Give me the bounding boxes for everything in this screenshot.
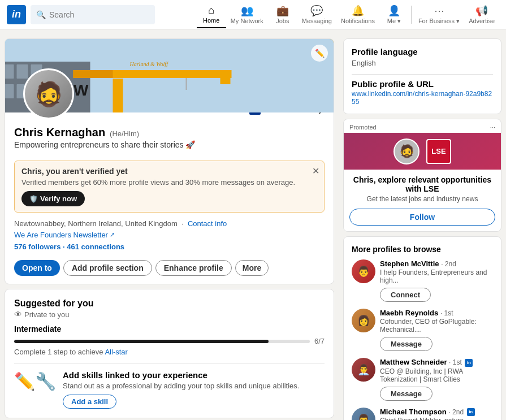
profile-info: Chris Kernaghan (He/Him) Empowering entr… bbox=[5, 119, 334, 156]
messaging-icon: 💬 bbox=[310, 5, 323, 17]
business-icon: ⋯ bbox=[434, 5, 444, 17]
browse-desc-1: Cofounder, CEO of GoPlugable: Mechanical… bbox=[380, 318, 493, 334]
browse-name-3[interactable]: Michael Thompson · 2nd in bbox=[380, 408, 493, 417]
profile-headline: Empowering entrepreneurs to share their … bbox=[14, 140, 325, 149]
progress-bar-fill bbox=[14, 340, 269, 343]
skills-title: Add skills linked to your experience bbox=[63, 370, 325, 380]
browse-action-0[interactable]: Connect bbox=[380, 288, 431, 302]
promo-card: Promoted ··· 🧔 LSE Chris, explore releva… bbox=[343, 119, 501, 232]
browse-avatar-3[interactable]: 👨 bbox=[352, 408, 375, 420]
browse-name-0[interactable]: Stephen McVittie · 2nd bbox=[380, 259, 493, 268]
list-item: 👨 Michael Thompson · 2nd in Chief Biscui… bbox=[352, 408, 493, 420]
list-item: 👨 Stephen McVittie · 2nd I help Founders… bbox=[352, 259, 493, 302]
nav-advertise[interactable]: 📢 Advertise bbox=[464, 1, 499, 28]
progress-row: 6/7 bbox=[14, 337, 325, 345]
profile-language-card: Profile language English Public profile … bbox=[343, 38, 501, 114]
browse-desc-2: CEO @ Building, Inc | RWA Tokenization |… bbox=[380, 367, 493, 383]
profile-avatar[interactable]: 🧔 bbox=[23, 68, 74, 119]
nav-jobs[interactable]: 💼 Jobs bbox=[268, 1, 297, 28]
nav-me[interactable]: 👤 Me ▾ bbox=[379, 1, 409, 28]
browse-info-1: Maebh Reynolds · 1st Cofounder, CEO of G… bbox=[380, 309, 493, 334]
profile-pronouns: (He/Him) bbox=[110, 129, 139, 138]
verify-desc: Verified members get 60% more profile vi… bbox=[21, 178, 317, 187]
skills-icon: ✏️🔧 bbox=[14, 371, 56, 391]
profile-card: H&W Harland & Wolff ✏️ bbox=[5, 38, 334, 284]
browse-name-1[interactable]: Maebh Reynolds · 1st bbox=[380, 309, 493, 317]
svg-text:Harland & Wolff: Harland & Wolff bbox=[129, 61, 169, 67]
promo-header: Promoted ··· bbox=[344, 119, 501, 133]
language-value: English bbox=[352, 59, 493, 67]
public-profile-title: Public profile & URL bbox=[352, 79, 493, 89]
profile-location: Newtownabbey, Northern Ireland, United K… bbox=[14, 219, 325, 228]
browse-avatar-0[interactable]: 👨 bbox=[352, 259, 375, 283]
close-banner-button[interactable]: ✕ bbox=[312, 166, 319, 176]
promo-title: Chris, explore relevant opportunities wi… bbox=[349, 175, 495, 193]
newsletter-link[interactable]: We Are Founders Newsletter ↗ bbox=[14, 231, 115, 239]
language-title: Profile language bbox=[352, 47, 493, 57]
advertise-icon: 📢 bbox=[475, 5, 488, 17]
public-profile-url[interactable]: www.linkedin.com/in/chris-kernaghan-92a9… bbox=[352, 90, 493, 106]
suggested-card: Suggested for you 👁 Private to you Inter… bbox=[5, 289, 334, 418]
search-icon: 🔍 bbox=[36, 10, 46, 19]
verification-banner: Chris, you aren't verified yet Verified … bbox=[14, 161, 325, 213]
nav-notifications[interactable]: 🔔 Notifications bbox=[336, 1, 379, 28]
level-label: Intermediate bbox=[14, 324, 325, 334]
add-profile-section-button[interactable]: Add profile section bbox=[63, 260, 152, 276]
action-bar: Open to Add profile section Enhance prof… bbox=[5, 256, 334, 284]
notifications-icon: 🔔 bbox=[352, 5, 364, 17]
list-item: 👩 Maebh Reynolds · 1st Cofounder, CEO of… bbox=[352, 309, 493, 351]
enhance-profile-button[interactable]: Enhance profile bbox=[155, 260, 232, 276]
nav-messaging[interactable]: 💬 Messaging bbox=[297, 1, 336, 28]
skills-box: ✏️🔧 Add skills linked to your experience… bbox=[14, 363, 325, 409]
svg-rect-11 bbox=[73, 70, 113, 78]
promoted-label: Promoted bbox=[349, 124, 377, 131]
cover-edit-button[interactable]: ✏️ bbox=[311, 45, 328, 62]
nav-home[interactable]: ⌂ Home bbox=[197, 1, 226, 28]
linkedin-logo[interactable]: in bbox=[7, 5, 26, 24]
promo-options-icon[interactable]: ··· bbox=[490, 124, 495, 131]
more-profiles-card: More profiles to browse 👨 Stephen McVitt… bbox=[343, 236, 501, 420]
profile-name: Chris Kernaghan bbox=[14, 126, 105, 138]
nav-divider bbox=[411, 6, 412, 24]
profile-connections[interactable]: 576 followers · 461 connections bbox=[14, 243, 325, 251]
verify-title: Chris, you aren't verified yet bbox=[21, 167, 317, 176]
linkedin-badge-2: in bbox=[465, 359, 473, 367]
skills-desc: Stand out as a professional by adding yo… bbox=[63, 382, 325, 390]
browse-action-1[interactable]: Message bbox=[380, 337, 433, 351]
browse-action-2[interactable]: Message bbox=[380, 387, 433, 401]
contact-info-link[interactable]: Contact info bbox=[188, 219, 227, 228]
svg-rect-9 bbox=[113, 79, 123, 112]
shield-icon: 🛡️ bbox=[29, 195, 38, 203]
more-profiles-title: More profiles to browse bbox=[352, 245, 493, 254]
eye-icon: 👁 bbox=[14, 310, 22, 319]
linkedin-badge-3: in bbox=[467, 408, 475, 416]
search-input[interactable] bbox=[49, 10, 149, 19]
allstar-link[interactable]: All-star bbox=[105, 348, 127, 356]
nav-business[interactable]: ⋯ For Business ▾ bbox=[414, 1, 464, 28]
open-to-button[interactable]: Open to bbox=[14, 260, 60, 276]
browse-avatar-1[interactable]: 👩 bbox=[352, 309, 375, 332]
network-icon: 👥 bbox=[241, 5, 253, 17]
list-item: 👨‍💼 Matthew Schneider · 1st in CEO @ Bui… bbox=[352, 358, 493, 401]
svg-rect-12 bbox=[220, 70, 231, 84]
browse-desc-0: I help Founders, Entrepreneurs and high.… bbox=[380, 269, 493, 284]
progress-bar-background bbox=[14, 340, 310, 343]
more-options-button[interactable]: More bbox=[235, 260, 269, 276]
skills-content: Add skills linked to your experience Sta… bbox=[63, 370, 325, 409]
nav-network[interactable]: 👥 My Network bbox=[226, 1, 268, 28]
browse-avatar-2[interactable]: 👨‍💼 bbox=[352, 358, 375, 382]
browse-name-2[interactable]: Matthew Schneider · 1st in bbox=[380, 358, 493, 367]
external-link-icon: ↗ bbox=[110, 231, 115, 239]
promo-banner: 🧔 LSE bbox=[344, 133, 501, 170]
promo-school-logo: LSE bbox=[426, 139, 451, 164]
search-bar[interactable]: 🔍 bbox=[31, 5, 155, 24]
browse-info-3: Michael Thompson · 2nd in Chief Biscuit … bbox=[380, 408, 493, 420]
promo-follow-button[interactable]: Follow bbox=[349, 209, 495, 226]
add-skill-button[interactable]: Add a skill bbox=[63, 395, 116, 409]
svg-rect-2 bbox=[5, 64, 14, 79]
suggested-title: Suggested for you bbox=[14, 298, 325, 309]
browse-info-2: Matthew Schneider · 1st in CEO @ Buildin… bbox=[380, 358, 493, 383]
verify-now-button[interactable]: 🛡️ Verify now bbox=[21, 191, 85, 206]
browse-info-0: Stephen McVittie · 2nd I help Founders, … bbox=[380, 259, 493, 284]
navbar: in 🔍 ⌂ Home 👥 My Network 💼 Jobs 💬 Messag… bbox=[0, 0, 506, 29]
